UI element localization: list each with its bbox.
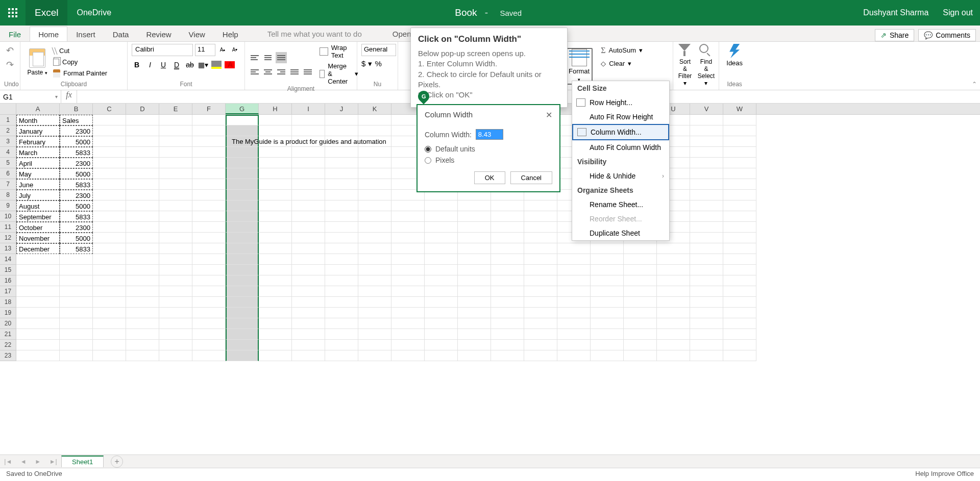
cell[interactable]: September [16,211,60,222]
row-header[interactable]: 13 [0,243,16,254]
row-header[interactable]: 10 [0,211,16,222]
undo-button[interactable]: ↶ [6,45,14,56]
cell[interactable] [126,233,159,243]
cell[interactable] [425,340,458,350]
cell[interactable] [391,243,425,254]
cell[interactable] [624,297,657,308]
column-header[interactable]: D [126,104,159,114]
cell[interactable]: January [16,125,60,136]
cell[interactable] [690,211,723,222]
align-middle-button[interactable] [262,52,274,63]
cell[interactable] [624,265,657,275]
cell[interactable] [358,222,391,233]
cell[interactable] [159,211,192,222]
increase-indent-button[interactable] [302,66,313,78]
align-top-button[interactable] [249,52,260,63]
add-sheet-button[interactable]: + [111,455,123,468]
cell[interactable] [292,125,325,136]
cell[interactable] [690,200,723,211]
cell[interactable] [159,233,192,243]
cell[interactable] [524,254,557,265]
cell[interactable] [159,350,192,361]
cell[interactable] [159,190,192,200]
cell[interactable] [292,308,325,318]
cell[interactable] [259,190,292,200]
cell[interactable] [292,147,325,158]
cell[interactable] [391,265,425,275]
cell[interactable] [93,125,126,136]
user-name-label[interactable]: Dushyant Sharma [856,8,936,17]
tab-file[interactable]: File [0,27,30,41]
cell[interactable] [723,200,756,211]
tab-home[interactable]: Home [30,27,67,41]
comments-button[interactable]: 💬Comments [918,29,976,41]
cell[interactable] [723,318,756,329]
cell[interactable]: 5833 [60,179,93,190]
cell[interactable] [491,254,524,265]
cell[interactable] [93,168,126,179]
cell[interactable] [192,254,226,265]
cell[interactable] [93,350,126,361]
cell[interactable] [192,222,226,233]
cell[interactable] [93,297,126,308]
cell[interactable] [126,190,159,200]
cell[interactable] [192,297,226,308]
cell[interactable] [159,115,192,125]
cell[interactable]: June [16,179,60,190]
cell[interactable] [226,190,259,200]
cell[interactable] [458,297,491,308]
cell[interactable] [425,297,458,308]
cell[interactable] [690,254,723,265]
cell[interactable] [226,340,259,350]
cell[interactable] [458,308,491,318]
cell[interactable] [226,275,259,286]
cell[interactable] [192,286,226,297]
cell[interactable] [723,340,756,350]
cell[interactable] [491,200,524,211]
cell[interactable] [624,318,657,329]
share-button[interactable]: ⇗Share [875,29,914,41]
cell[interactable] [325,115,358,125]
cell[interactable] [325,222,358,233]
tell-me-search[interactable]: Tell me what you want to do [267,27,362,41]
cell[interactable] [159,329,192,340]
cell[interactable] [259,308,292,318]
cell[interactable]: May [16,168,60,179]
cell[interactable] [159,286,192,297]
cell[interactable] [60,254,93,265]
cell[interactable] [93,329,126,340]
cell[interactable] [557,297,591,308]
strikethrough-button[interactable]: ab [185,59,195,70]
cell[interactable] [60,350,93,361]
cell[interactable] [325,350,358,361]
cell[interactable] [491,286,524,297]
cell[interactable] [16,340,60,350]
sheet-nav-buttons[interactable]: |◄◄►►| [0,458,61,465]
cell[interactable] [126,243,159,254]
cell[interactable] [126,168,159,179]
tab-help[interactable]: Help [214,27,247,41]
column-header[interactable]: F [192,104,226,114]
cell[interactable]: 5000 [60,168,93,179]
cell[interactable]: 2300 [60,125,93,136]
align-left-button[interactable] [249,66,260,78]
cell[interactable] [524,233,557,243]
cell[interactable] [259,329,292,340]
cell[interactable] [458,254,491,265]
cell[interactable] [126,286,159,297]
cell[interactable] [491,275,524,286]
pixels-radio[interactable]: Pixels [425,156,552,164]
cell[interactable] [458,211,491,222]
cell[interactable] [192,125,226,136]
cell[interactable] [60,308,93,318]
cell[interactable] [192,147,226,158]
pixels-radio-input[interactable] [425,157,431,164]
cell[interactable] [226,233,259,243]
cell[interactable] [358,286,391,297]
cell[interactable] [358,329,391,340]
cut-button[interactable]: Cut [53,45,107,57]
tab-review[interactable]: Review [137,27,180,41]
cell[interactable] [391,318,425,329]
cell[interactable] [358,179,391,190]
cell[interactable] [591,275,624,286]
